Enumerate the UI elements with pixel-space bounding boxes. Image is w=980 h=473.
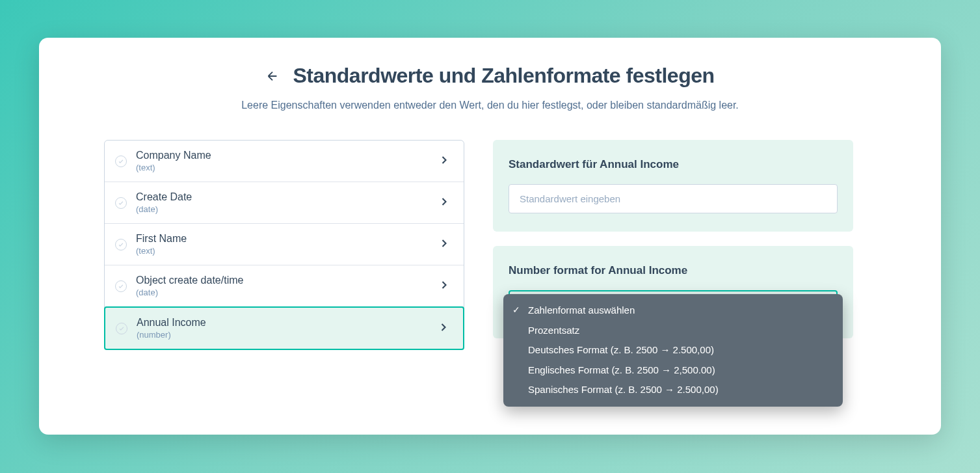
number-format-title: Number format for Annual Income: [509, 264, 838, 277]
number-format-dropdown: Zahlenformat auswählenProzentsatzDeutsch…: [503, 294, 843, 407]
property-list: Company Name(text)Create Date(date)First…: [104, 140, 464, 350]
dropdown-option[interactable]: Englisches Format (z. B. 2500 → 2,500.00…: [503, 360, 843, 381]
property-name: Company Name: [136, 150, 438, 161]
chevron-right-icon: [438, 154, 451, 169]
property-name: Annual Income: [137, 317, 437, 329]
default-value-input[interactable]: [509, 184, 838, 213]
default-value-title: Standardwert für Annual Income: [509, 158, 838, 171]
property-text: Create Date(date): [136, 191, 438, 214]
property-item[interactable]: Create Date(date): [105, 182, 464, 224]
property-item[interactable]: Annual Income(number): [104, 306, 464, 350]
dropdown-option[interactable]: Spanisches Format (z. B. 2500 → 2.500,00…: [503, 380, 843, 400]
property-text: First Name(text): [136, 233, 438, 256]
dropdown-option[interactable]: Deutsches Format (z. B. 2500 → 2.500,00): [503, 340, 843, 360]
property-item[interactable]: Company Name(text): [105, 141, 464, 182]
property-name: First Name: [136, 233, 438, 245]
property-item[interactable]: First Name(text): [105, 224, 464, 265]
page-title: Standardwerte und Zahlenformate festlege…: [293, 64, 714, 88]
property-name: Object create date/time: [136, 275, 438, 286]
property-item[interactable]: Object create date/time(date): [105, 265, 464, 307]
detail-column: Standardwert für Annual Income Number fo…: [493, 140, 853, 353]
property-name: Create Date: [136, 191, 438, 203]
property-list-column: Company Name(text)Create Date(date)First…: [104, 140, 464, 353]
check-circle-icon: [115, 155, 127, 167]
chevron-right-icon: [437, 321, 450, 336]
property-text: Company Name(text): [136, 150, 438, 172]
check-circle-icon: [116, 323, 127, 334]
property-text: Object create date/time(date): [136, 275, 438, 297]
chevron-right-icon: [438, 237, 451, 252]
check-circle-icon: [115, 280, 127, 292]
page-header: Standardwerte und Zahlenformate festlege…: [104, 64, 876, 111]
number-format-select-wrapper: Zahlenformat auswählenProzentsatzDeutsch…: [509, 290, 838, 320]
dropdown-option[interactable]: Zahlenformat auswählen: [503, 301, 843, 321]
chevron-right-icon: [438, 278, 451, 294]
title-row: Standardwerte und Zahlenformate festlege…: [104, 64, 876, 88]
check-circle-icon: [115, 197, 127, 209]
content-columns: Company Name(text)Create Date(date)First…: [104, 140, 876, 353]
page-subtitle: Leere Eigenschaften verwenden entweder d…: [104, 100, 876, 111]
property-type: (number): [137, 330, 437, 340]
main-card: Standardwerte und Zahlenformate festlege…: [39, 38, 941, 435]
property-type: (text): [136, 163, 438, 172]
back-arrow-button[interactable]: [265, 69, 280, 83]
property-type: (date): [136, 288, 438, 297]
check-circle-icon: [115, 239, 127, 250]
property-text: Annual Income(number): [137, 317, 437, 340]
dropdown-option[interactable]: Prozentsatz: [503, 321, 843, 341]
property-type: (text): [136, 246, 438, 256]
default-value-panel: Standardwert für Annual Income: [493, 140, 853, 232]
number-format-panel: Number format for Annual Income Zahlenfo…: [493, 246, 853, 338]
property-type: (date): [136, 204, 438, 214]
chevron-right-icon: [438, 195, 451, 211]
